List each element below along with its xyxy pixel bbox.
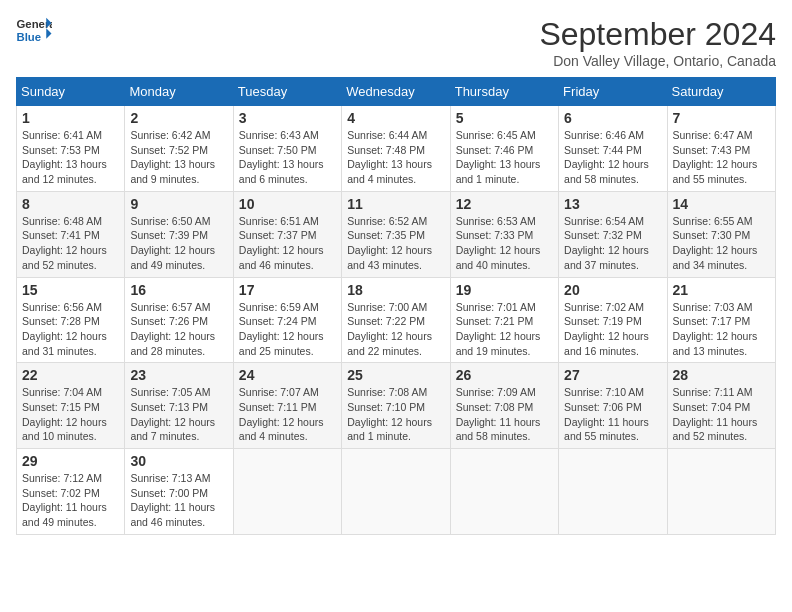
calendar-cell: 26Sunrise: 7:09 AM Sunset: 7:08 PM Dayli… xyxy=(450,363,558,449)
calendar-cell xyxy=(233,449,341,535)
day-detail: Sunrise: 6:41 AM Sunset: 7:53 PM Dayligh… xyxy=(22,128,119,187)
day-number: 24 xyxy=(239,367,336,383)
day-detail: Sunrise: 6:52 AM Sunset: 7:35 PM Dayligh… xyxy=(347,214,444,273)
day-detail: Sunrise: 6:56 AM Sunset: 7:28 PM Dayligh… xyxy=(22,300,119,359)
day-number: 10 xyxy=(239,196,336,212)
day-detail: Sunrise: 6:50 AM Sunset: 7:39 PM Dayligh… xyxy=(130,214,227,273)
calendar-cell: 8Sunrise: 6:48 AM Sunset: 7:41 PM Daylig… xyxy=(17,191,125,277)
day-number: 20 xyxy=(564,282,661,298)
calendar-cell: 17Sunrise: 6:59 AM Sunset: 7:24 PM Dayli… xyxy=(233,277,341,363)
day-detail: Sunrise: 6:53 AM Sunset: 7:33 PM Dayligh… xyxy=(456,214,553,273)
day-number: 17 xyxy=(239,282,336,298)
day-detail: Sunrise: 6:48 AM Sunset: 7:41 PM Dayligh… xyxy=(22,214,119,273)
calendar-cell: 13Sunrise: 6:54 AM Sunset: 7:32 PM Dayli… xyxy=(559,191,667,277)
calendar-cell: 14Sunrise: 6:55 AM Sunset: 7:30 PM Dayli… xyxy=(667,191,775,277)
day-number: 28 xyxy=(673,367,770,383)
day-number: 2 xyxy=(130,110,227,126)
header-thursday: Thursday xyxy=(450,78,558,106)
calendar-cell xyxy=(450,449,558,535)
day-number: 6 xyxy=(564,110,661,126)
day-number: 5 xyxy=(456,110,553,126)
calendar-cell: 22Sunrise: 7:04 AM Sunset: 7:15 PM Dayli… xyxy=(17,363,125,449)
day-detail: Sunrise: 7:04 AM Sunset: 7:15 PM Dayligh… xyxy=(22,385,119,444)
calendar-cell: 27Sunrise: 7:10 AM Sunset: 7:06 PM Dayli… xyxy=(559,363,667,449)
day-detail: Sunrise: 7:13 AM Sunset: 7:00 PM Dayligh… xyxy=(130,471,227,530)
calendar-cell: 6Sunrise: 6:46 AM Sunset: 7:44 PM Daylig… xyxy=(559,106,667,192)
calendar-week-5: 29Sunrise: 7:12 AM Sunset: 7:02 PM Dayli… xyxy=(17,449,776,535)
day-detail: Sunrise: 7:02 AM Sunset: 7:19 PM Dayligh… xyxy=(564,300,661,359)
day-number: 30 xyxy=(130,453,227,469)
calendar-cell: 28Sunrise: 7:11 AM Sunset: 7:04 PM Dayli… xyxy=(667,363,775,449)
day-number: 15 xyxy=(22,282,119,298)
calendar-cell: 5Sunrise: 6:45 AM Sunset: 7:46 PM Daylig… xyxy=(450,106,558,192)
day-number: 23 xyxy=(130,367,227,383)
day-detail: Sunrise: 7:00 AM Sunset: 7:22 PM Dayligh… xyxy=(347,300,444,359)
calendar-week-3: 15Sunrise: 6:56 AM Sunset: 7:28 PM Dayli… xyxy=(17,277,776,363)
day-detail: Sunrise: 6:42 AM Sunset: 7:52 PM Dayligh… xyxy=(130,128,227,187)
day-detail: Sunrise: 6:46 AM Sunset: 7:44 PM Dayligh… xyxy=(564,128,661,187)
day-number: 13 xyxy=(564,196,661,212)
day-detail: Sunrise: 6:54 AM Sunset: 7:32 PM Dayligh… xyxy=(564,214,661,273)
day-detail: Sunrise: 7:01 AM Sunset: 7:21 PM Dayligh… xyxy=(456,300,553,359)
calendar-week-2: 8Sunrise: 6:48 AM Sunset: 7:41 PM Daylig… xyxy=(17,191,776,277)
calendar-cell: 7Sunrise: 6:47 AM Sunset: 7:43 PM Daylig… xyxy=(667,106,775,192)
day-number: 3 xyxy=(239,110,336,126)
day-detail: Sunrise: 7:11 AM Sunset: 7:04 PM Dayligh… xyxy=(673,385,770,444)
header-sunday: Sunday xyxy=(17,78,125,106)
calendar-cell: 9Sunrise: 6:50 AM Sunset: 7:39 PM Daylig… xyxy=(125,191,233,277)
svg-text:Blue: Blue xyxy=(17,31,42,43)
day-number: 8 xyxy=(22,196,119,212)
day-number: 26 xyxy=(456,367,553,383)
calendar-cell: 2Sunrise: 6:42 AM Sunset: 7:52 PM Daylig… xyxy=(125,106,233,192)
day-number: 11 xyxy=(347,196,444,212)
location: Don Valley Village, Ontario, Canada xyxy=(539,53,776,69)
title-section: September 2024 Don Valley Village, Ontar… xyxy=(539,16,776,69)
day-detail: Sunrise: 7:05 AM Sunset: 7:13 PM Dayligh… xyxy=(130,385,227,444)
logo: General Blue xyxy=(16,16,52,44)
day-detail: Sunrise: 6:57 AM Sunset: 7:26 PM Dayligh… xyxy=(130,300,227,359)
calendar-cell: 4Sunrise: 6:44 AM Sunset: 7:48 PM Daylig… xyxy=(342,106,450,192)
calendar-cell: 21Sunrise: 7:03 AM Sunset: 7:17 PM Dayli… xyxy=(667,277,775,363)
calendar-cell: 10Sunrise: 6:51 AM Sunset: 7:37 PM Dayli… xyxy=(233,191,341,277)
page-header: General Blue September 2024 Don Valley V… xyxy=(16,16,776,69)
day-detail: Sunrise: 6:47 AM Sunset: 7:43 PM Dayligh… xyxy=(673,128,770,187)
day-number: 27 xyxy=(564,367,661,383)
day-number: 1 xyxy=(22,110,119,126)
day-detail: Sunrise: 6:43 AM Sunset: 7:50 PM Dayligh… xyxy=(239,128,336,187)
month-title: September 2024 xyxy=(539,16,776,53)
day-detail: Sunrise: 6:44 AM Sunset: 7:48 PM Dayligh… xyxy=(347,128,444,187)
calendar-cell: 25Sunrise: 7:08 AM Sunset: 7:10 PM Dayli… xyxy=(342,363,450,449)
day-number: 12 xyxy=(456,196,553,212)
header-monday: Monday xyxy=(125,78,233,106)
header-wednesday: Wednesday xyxy=(342,78,450,106)
calendar-cell: 30Sunrise: 7:13 AM Sunset: 7:00 PM Dayli… xyxy=(125,449,233,535)
calendar-cell: 11Sunrise: 6:52 AM Sunset: 7:35 PM Dayli… xyxy=(342,191,450,277)
calendar-cell xyxy=(559,449,667,535)
day-number: 9 xyxy=(130,196,227,212)
calendar-cell: 19Sunrise: 7:01 AM Sunset: 7:21 PM Dayli… xyxy=(450,277,558,363)
calendar-cell xyxy=(342,449,450,535)
day-detail: Sunrise: 6:59 AM Sunset: 7:24 PM Dayligh… xyxy=(239,300,336,359)
day-detail: Sunrise: 7:12 AM Sunset: 7:02 PM Dayligh… xyxy=(22,471,119,530)
day-detail: Sunrise: 6:55 AM Sunset: 7:30 PM Dayligh… xyxy=(673,214,770,273)
day-number: 22 xyxy=(22,367,119,383)
day-number: 21 xyxy=(673,282,770,298)
logo-icon: General Blue xyxy=(16,16,52,44)
calendar-cell: 1Sunrise: 6:41 AM Sunset: 7:53 PM Daylig… xyxy=(17,106,125,192)
day-number: 19 xyxy=(456,282,553,298)
day-number: 4 xyxy=(347,110,444,126)
day-detail: Sunrise: 7:10 AM Sunset: 7:06 PM Dayligh… xyxy=(564,385,661,444)
calendar-cell: 3Sunrise: 6:43 AM Sunset: 7:50 PM Daylig… xyxy=(233,106,341,192)
calendar-cell xyxy=(667,449,775,535)
calendar-cell: 12Sunrise: 6:53 AM Sunset: 7:33 PM Dayli… xyxy=(450,191,558,277)
day-detail: Sunrise: 7:09 AM Sunset: 7:08 PM Dayligh… xyxy=(456,385,553,444)
day-number: 14 xyxy=(673,196,770,212)
day-number: 7 xyxy=(673,110,770,126)
calendar-cell: 24Sunrise: 7:07 AM Sunset: 7:11 PM Dayli… xyxy=(233,363,341,449)
day-detail: Sunrise: 7:03 AM Sunset: 7:17 PM Dayligh… xyxy=(673,300,770,359)
calendar-week-4: 22Sunrise: 7:04 AM Sunset: 7:15 PM Dayli… xyxy=(17,363,776,449)
calendar-header: Sunday Monday Tuesday Wednesday Thursday… xyxy=(17,78,776,106)
day-number: 25 xyxy=(347,367,444,383)
calendar-cell: 29Sunrise: 7:12 AM Sunset: 7:02 PM Dayli… xyxy=(17,449,125,535)
header-saturday: Saturday xyxy=(667,78,775,106)
